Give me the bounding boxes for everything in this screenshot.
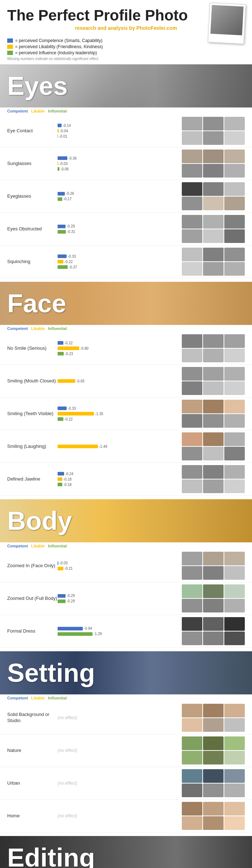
legend-competent-box: [7, 38, 13, 43]
bars-area: -1.49: [58, 437, 182, 455]
bars-area: -0.29-0.29: [58, 589, 182, 607]
legend-competent-label: = perceived Competence (Smarts, Capabili…: [15, 38, 102, 43]
section-body: Body Competent Likable Influential Zoome…: [0, 499, 252, 651]
bar-row: -0.29: [58, 224, 182, 229]
row-label: Smiling (Laughing): [7, 444, 58, 450]
bar-value-label: -0.36: [68, 156, 77, 160]
photo-thumb: [182, 262, 202, 276]
bar-fill: [58, 561, 58, 565]
bar-value-label: -0.03: [59, 561, 68, 565]
bar-fill: [58, 230, 66, 234]
bar-value-label: -0.06: [60, 167, 69, 171]
row-label: Sunglasses: [7, 161, 58, 167]
photo-thumb: [203, 349, 224, 362]
bars-area: -0.65: [58, 372, 182, 390]
bar-value-label: -0.33: [68, 254, 76, 258]
no-effect-label: (no effect): [58, 715, 182, 720]
table-row: Smiling (Laughing)-1.49: [0, 430, 252, 463]
table-row: Sunglasses-0.36-0.03-0.06: [0, 147, 252, 180]
photos-area: [182, 334, 245, 362]
photo-thumb: [203, 381, 224, 395]
photo-thumb: [182, 381, 202, 395]
bar-value-label: -0.80: [80, 346, 89, 350]
bar-row: -0.21: [58, 566, 182, 571]
photo-thumb: [182, 164, 202, 178]
bar-value-label: -0.29: [67, 594, 75, 598]
bars-area: (no effect): [58, 774, 182, 792]
bars-area: -0.29-0.31: [58, 220, 182, 238]
photo-thumb: [182, 552, 202, 565]
section-setting: Setting Competent Likable Influential So…: [0, 651, 252, 836]
bar-value-label: -0.37: [69, 265, 77, 269]
eyes-data: Eye Contact-0.14-0.04-0.01Sunglasses-0.3…: [0, 115, 252, 282]
table-row: Nature(no effect): [0, 734, 252, 767]
bar-value-label: -0.29: [67, 599, 75, 603]
photo-thumb: [203, 367, 224, 381]
bars-area: (no effect): [58, 709, 182, 727]
bar-row: -0.33: [58, 254, 182, 259]
body-header: Body: [0, 499, 252, 542]
row-label: Home: [7, 813, 58, 819]
photo-thumb: [203, 632, 224, 645]
photos-area: [182, 400, 245, 428]
photo-thumb: [203, 784, 224, 797]
bar-row: -0.22: [58, 417, 182, 422]
bar-row: -0.65: [58, 379, 182, 384]
bars-container: -0.29-0.29: [58, 593, 182, 603]
photo-thumb: [203, 334, 224, 348]
bar-row: -1.35: [58, 412, 182, 416]
bar-value-label: -0.01: [59, 134, 67, 138]
photo-thumb: [224, 400, 245, 413]
bars-container: -0.22-0.80-0.23: [58, 341, 182, 356]
bars-area: -0.22-0.80-0.23: [58, 339, 182, 357]
face-title: Face: [0, 289, 66, 318]
bar-row: -0.37: [58, 265, 182, 270]
bar-row: -0.36: [58, 156, 182, 161]
bar-fill: [58, 594, 66, 598]
photo-thumb: [224, 182, 245, 196]
photos-area: [182, 150, 245, 178]
bar-value-label: -0.04: [60, 129, 68, 133]
bar-fill: [58, 156, 67, 160]
bar-row: -0.01: [58, 134, 182, 139]
photo-thumb: [203, 248, 224, 261]
bar-fill: [58, 477, 62, 481]
bar-value-label: -1.29: [94, 632, 102, 636]
photos-area: [182, 117, 245, 145]
photo-thumb: [224, 447, 245, 460]
bars-container: -0.33-1.35-0.22: [58, 406, 182, 422]
bar-row: -0.17: [58, 197, 182, 201]
table-row: Squinching-0.33-0.22-0.37: [0, 245, 252, 278]
photo-thumb: [224, 769, 245, 783]
bar-value-label: -0.22: [64, 417, 73, 421]
bar-value-label: -0.22: [64, 260, 73, 264]
bar-fill: [58, 192, 65, 196]
photo-thumb: [182, 465, 202, 479]
no-effect-label: (no effect): [58, 813, 182, 818]
photo-thumb: [224, 632, 245, 645]
photo-thumb: [182, 447, 202, 460]
photo-thumb: [182, 400, 202, 413]
bar-fill: [58, 225, 66, 228]
photo-thumb: [224, 262, 245, 276]
no-effect-label: (no effect): [58, 748, 182, 753]
bar-fill: [58, 254, 67, 258]
bar-row: -0.24: [58, 472, 182, 476]
bars-area: -0.14-0.04-0.01: [58, 122, 182, 140]
table-row: No Smile (Serious)-0.22-0.80-0.23: [0, 332, 252, 365]
photo-thumb: [224, 381, 245, 395]
photo-thumb: [224, 432, 245, 446]
photo-thumb: [182, 182, 202, 196]
header: The Perfect Profile Photo research and a…: [0, 0, 252, 64]
photo-thumb: [203, 432, 224, 446]
photo-thumb: [224, 248, 245, 261]
bar-fill: [58, 445, 98, 448]
table-row: Eyes Obstructed-0.29-0.31: [0, 213, 252, 245]
photo-thumb: [224, 367, 245, 381]
bar-fill: [58, 124, 62, 127]
photo-thumb: [182, 566, 202, 580]
photo-thumb: [182, 802, 202, 816]
setting-data: Solid Background or Studio(no effect)Nat…: [0, 702, 252, 836]
bar-row: -0.03: [58, 561, 182, 565]
photos-area: [182, 215, 245, 243]
